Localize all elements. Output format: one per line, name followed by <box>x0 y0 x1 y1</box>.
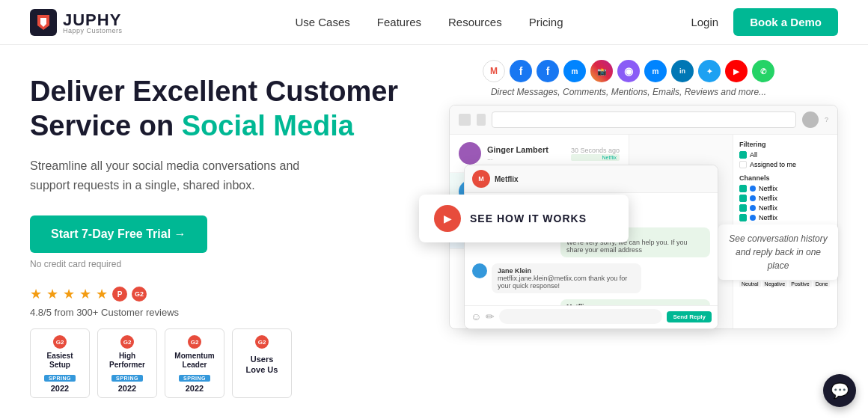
reply-input[interactable] <box>499 309 662 324</box>
play-button[interactable]: ▶ <box>434 205 461 232</box>
channel-dot-2 <box>750 195 756 201</box>
social-icons-row: M f f m 📸 ◉ m in ✦ ▶ ✆ <box>419 60 838 82</box>
no-cc-text: No credit card required <box>30 259 404 269</box>
chat-bubble-icon: 💬 <box>831 382 849 400</box>
producthunt-badge: P <box>112 287 127 302</box>
nav-pricing[interactable]: Pricing <box>529 16 563 28</box>
badge-users-love: G2 UsersLove Us <box>232 328 292 398</box>
hero-title-line1: Deliver Excellent Customer <box>30 76 398 107</box>
badge-year-3: 2022 <box>168 384 221 393</box>
badge-high-performer: G2 HighPerformer SPRING 2022 <box>97 328 157 398</box>
badge-easiest-setup: G2 EasiestSetup SPRING 2022 <box>30 328 90 398</box>
channel-dot-3 <box>750 205 756 211</box>
filter-title: Filtering <box>739 141 831 148</box>
annotation-box: ↙ See conversation history and reply bac… <box>718 224 838 280</box>
msg-sender-3: Jane Klein <box>498 267 635 275</box>
facebook-icon: f <box>510 60 532 82</box>
logo-sub: Happy Customers <box>63 27 123 34</box>
nav-use-cases[interactable]: Use Cases <box>295 16 349 28</box>
toolbar-icon <box>459 114 471 126</box>
msg-avatar-3 <box>472 263 487 278</box>
conv-header: M Metflix <box>465 165 718 193</box>
star-3: ★ <box>63 286 75 302</box>
instagram-icon: 📸 <box>590 60 613 82</box>
send-button[interactable]: Send Reply <box>667 311 712 322</box>
channel-label-1: Netflix <box>759 185 777 192</box>
inbox-search[interactable] <box>492 111 796 128</box>
g2-icon-3: G2 <box>188 335 201 349</box>
video-overlay[interactable]: ▶ SEE HOW IT WORKS <box>419 195 629 242</box>
msg-text-3: metflix.jane.klein@metlix.com thank you … <box>498 275 635 290</box>
channel-4: Netflix <box>739 214 831 221</box>
header-actions: Login Book a Demo <box>691 8 838 36</box>
attach-icon[interactable]: ✏ <box>486 311 495 322</box>
award-badges: G2 EasiestSetup SPRING 2022 G2 HighPerfo… <box>30 328 404 398</box>
user-avatar-toolbar <box>802 111 819 128</box>
channel-dot-4 <box>750 215 756 221</box>
filter-all[interactable]: All <box>739 151 831 159</box>
channel-checkbox-2[interactable] <box>739 195 747 202</box>
tag-negative[interactable]: Negative <box>762 281 788 287</box>
whatsapp-icon: ✆ <box>752 60 774 82</box>
item-info-1: Ginger Lambert ... <box>487 145 565 162</box>
tag-positive[interactable]: Positive <box>789 281 812 287</box>
conv-name: Metflix <box>495 175 519 183</box>
hero-title-highlight: Social Media <box>182 110 354 141</box>
badge-title-2: HighPerformer <box>101 352 153 370</box>
chat-bubble-button[interactable]: 💬 <box>823 374 856 407</box>
item-tag-1: Netflix <box>571 154 620 161</box>
badge-title-1: EasiestSetup <box>34 352 86 370</box>
channel-dot-1 <box>750 186 756 192</box>
twitter-icon: ✦ <box>698 60 721 82</box>
msg-sender-4: Metflix <box>566 303 704 305</box>
messenger2-icon: m <box>644 60 667 82</box>
avatar-ginger <box>459 142 481 165</box>
annotation-text: See conversation history and reply back … <box>729 233 827 271</box>
book-demo-button[interactable]: Book a Demo <box>733 8 838 36</box>
messenger-icon: m <box>563 60 586 82</box>
g2-icon-1: G2 <box>53 335 67 349</box>
channel-checkbox-3[interactable] <box>739 204 747 212</box>
filter-assigned[interactable]: Assigned to me <box>739 161 831 168</box>
channel-checkbox-1[interactable] <box>739 185 747 192</box>
main-content: Deliver Excellent Customer Service on So… <box>0 45 868 419</box>
threads-icon: ◉ <box>617 60 640 82</box>
help-icon: ? <box>825 116 828 123</box>
badge-season-1: SPRING <box>44 375 76 382</box>
filter-label-assigned: Assigned to me <box>750 161 796 168</box>
hero-title: Deliver Excellent Customer Service on So… <box>30 75 404 143</box>
badge-title-4: UsersLove Us <box>236 355 288 374</box>
msg-4: Metflix Hey Jane, your problem solved, h… <box>472 299 710 305</box>
star-5: ★ <box>96 286 108 302</box>
toolbar-icon-2 <box>477 114 486 126</box>
dashboard-preview: M f f m 📸 ◉ m in ✦ ▶ ✆ Direct Messages, … <box>419 45 838 419</box>
logo[interactable]: JUPHY Happy Customers <box>30 9 123 36</box>
item-preview-1: ... <box>487 154 565 162</box>
channel-checkbox-4[interactable] <box>739 214 747 221</box>
dashboard-mockup: ? Ginger Lambert ... 30 Seconds ago <box>419 105 838 374</box>
trial-button[interactable]: Start 7-Day Free Trial → <box>30 215 207 253</box>
see-how-text: SEE HOW IT WORKS <box>470 212 587 224</box>
channel-label-3: Netflix <box>759 204 777 212</box>
tag-done[interactable]: Done <box>813 281 831 287</box>
inbox-toolbar: ? <box>450 105 837 135</box>
checkbox-assigned[interactable] <box>739 161 747 168</box>
social-subtitle: Direct Messages, Comments, Mentions, Ema… <box>419 87 838 97</box>
conv-avatar: M <box>472 170 490 188</box>
nav-resources[interactable]: Resources <box>448 16 502 28</box>
item-meta-1: 30 Seconds ago Netflix <box>571 147 620 161</box>
g2-badge: G2 <box>132 287 147 302</box>
hero-subtitle: Streamline all your social media convers… <box>30 156 314 195</box>
channel-2: Netflix <box>739 195 831 202</box>
checkbox-all[interactable] <box>739 151 747 159</box>
emoji-icon[interactable]: ☺ <box>471 311 481 322</box>
channel-label-4: Netflix <box>759 214 777 221</box>
nav-features[interactable]: Features <box>377 16 421 28</box>
star-2: ★ <box>46 286 58 302</box>
channel-label-2: Netflix <box>759 195 777 202</box>
login-button[interactable]: Login <box>691 16 718 28</box>
msg-3: Jane Klein metflix.jane.klein@metlix.com… <box>472 263 710 293</box>
main-nav: Use Cases Features Resources Pricing <box>168 16 691 28</box>
tag-neutral[interactable]: Neutral <box>739 281 761 287</box>
rating-text: 4.8/5 from 300+ Customer reviews <box>30 307 404 318</box>
